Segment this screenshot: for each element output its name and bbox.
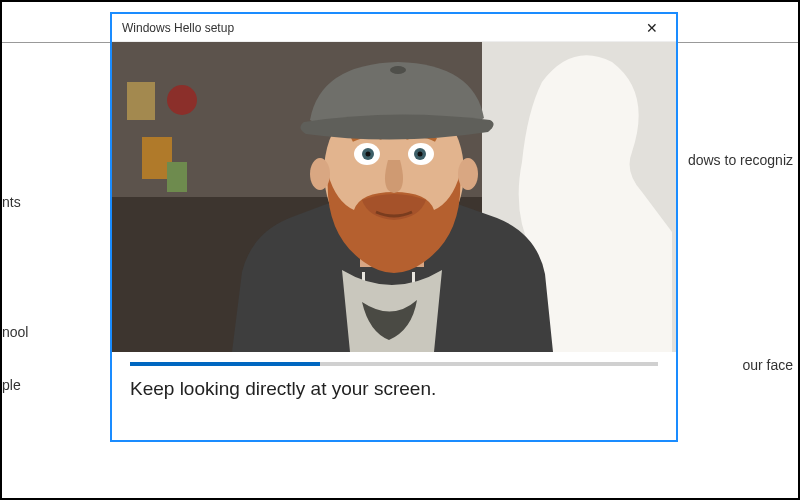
svg-point-18 [390,66,406,74]
close-button[interactable]: ✕ [634,16,670,40]
progress-bar [112,352,676,368]
svg-rect-4 [127,82,155,120]
sidebar-item-fragment: nts [2,194,21,210]
dialog-title: Windows Hello setup [122,21,234,35]
content-text-fragment: dows to recogniz [688,152,793,168]
instruction-text: Keep looking directly at your screen. [112,368,676,414]
svg-point-5 [167,85,197,115]
sidebar-item-fragment: nool [2,324,28,340]
svg-point-17 [418,152,423,157]
sidebar-item-fragment: ple [2,377,21,393]
content-text-fragment: our face [742,357,793,373]
progress-track [130,362,658,366]
svg-rect-7 [167,162,187,192]
svg-point-20 [458,158,478,190]
hello-setup-dialog: Windows Hello setup ✕ [110,12,678,442]
svg-point-16 [366,152,371,157]
progress-fill [130,362,320,366]
camera-preview [112,42,676,352]
titlebar: Windows Hello setup ✕ [112,14,676,42]
camera-feed-illustration [112,42,676,352]
svg-point-19 [310,158,330,190]
close-icon: ✕ [646,20,658,36]
